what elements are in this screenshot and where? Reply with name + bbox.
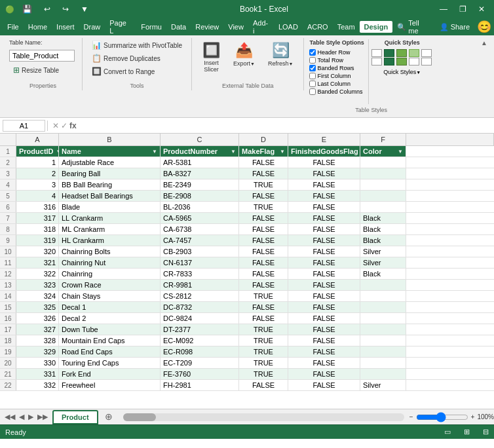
cell-7-e[interactable]: FALSE: [288, 213, 360, 223]
cell-15-d[interactable]: FALSE: [239, 302, 288, 312]
cell-6-e[interactable]: FALSE: [288, 202, 360, 212]
cell-16-e[interactable]: FALSE: [288, 313, 360, 324]
menu-share[interactable]: 👤 Share: [435, 21, 474, 33]
header-row-check[interactable]: Header Row: [309, 49, 364, 56]
first-col-check[interactable]: First Column: [309, 73, 364, 79]
cell-18-b[interactable]: Mountain End Caps: [59, 335, 161, 346]
cell-12-b[interactable]: Chainring: [59, 269, 161, 279]
cell-2-d[interactable]: FALSE: [239, 157, 288, 168]
h-scroll-track[interactable]: [123, 413, 404, 421]
cell-5-f[interactable]: [360, 191, 406, 201]
h-scroll-thumb[interactable]: [123, 413, 156, 421]
zoom-out-icon[interactable]: −: [409, 413, 413, 420]
sheet-tab-product[interactable]: Product: [52, 410, 98, 424]
cell-11-d[interactable]: FALSE: [239, 257, 288, 268]
header-cell-productid[interactable]: ProductID▼: [16, 146, 59, 157]
cell-3-d[interactable]: FALSE: [239, 168, 288, 179]
zoom-in-icon[interactable]: +: [471, 413, 475, 420]
cell-22-b[interactable]: Freewheel: [59, 380, 161, 390]
header-cell-productnumber[interactable]: ProductNumber▼: [161, 146, 239, 157]
header-cell-makeflag[interactable]: MakeFlag▼: [239, 146, 288, 157]
cell-10-e[interactable]: FALSE: [288, 246, 360, 257]
cell-11-b[interactable]: Chainring Nut: [59, 257, 161, 268]
cell-18-a[interactable]: 328: [16, 335, 59, 346]
add-sheet-button[interactable]: ⊕: [100, 410, 118, 423]
save-icon[interactable]: 💾: [18, 3, 36, 15]
cell-8-d[interactable]: FALSE: [239, 224, 288, 234]
menu-home[interactable]: Home: [24, 21, 52, 33]
cell-10-c[interactable]: CB-2903: [161, 246, 239, 257]
cell-9-d[interactable]: FALSE: [239, 235, 288, 246]
cell-19-f[interactable]: [360, 346, 406, 357]
cell-4-e[interactable]: FALSE: [288, 179, 360, 190]
cell-10-a[interactable]: 320: [16, 246, 59, 257]
menu-pagelayout[interactable]: Page L: [105, 17, 136, 37]
cell-5-c[interactable]: BE-2908: [161, 191, 239, 201]
header-cell-finishedgoodsflag[interactable]: FinishedGoodsFlag▼: [288, 146, 360, 157]
cell-19-a[interactable]: 329: [16, 346, 59, 357]
cell-7-b[interactable]: LL Crankarm: [59, 213, 161, 223]
cell-21-e[interactable]: FALSE: [288, 369, 360, 379]
cell-5-b[interactable]: Headset Ball Bearings: [59, 191, 161, 201]
cell-8-a[interactable]: 318: [16, 224, 59, 234]
banded-rows-check[interactable]: Banded Rows: [309, 65, 364, 71]
menu-tellme[interactable]: 🔍 Tell me: [392, 17, 434, 37]
cell-2-c[interactable]: AR-5381: [161, 157, 239, 168]
cell-4-d[interactable]: TRUE: [239, 179, 288, 190]
convert-to-range-button[interactable]: 🔲 Convert to Range: [88, 65, 159, 77]
header-cell-color[interactable]: Color▼: [360, 146, 406, 157]
sheet-next-btn[interactable]: ▶: [26, 413, 35, 421]
cell-12-c[interactable]: CR-7833: [161, 269, 239, 279]
qs-cell-10[interactable]: [421, 58, 432, 65]
cell-6-c[interactable]: BL-2036: [161, 202, 239, 212]
summarize-pivottable-button[interactable]: 📊 Summarize with PivotTable: [88, 39, 186, 51]
cell-16-b[interactable]: Decal 2: [59, 313, 161, 324]
cell-5-d[interactable]: FALSE: [239, 191, 288, 201]
cell-19-b[interactable]: Road End Caps: [59, 346, 161, 357]
cell-20-f[interactable]: [360, 358, 406, 368]
cell-6-b[interactable]: Blade: [59, 202, 161, 212]
cell-12-a[interactable]: 322: [16, 269, 59, 279]
menu-formulas[interactable]: Formu: [136, 21, 166, 33]
qs-cell-4[interactable]: [409, 49, 419, 57]
undo-icon[interactable]: ↩: [40, 3, 54, 15]
cell-17-c[interactable]: DT-2377: [161, 324, 239, 335]
qs-cell-2[interactable]: [384, 49, 394, 57]
cell-6-f[interactable]: [360, 202, 406, 212]
qs-cell-7[interactable]: [384, 58, 394, 65]
cell-2-a[interactable]: 1: [16, 157, 59, 168]
export-button[interactable]: 📤 Export ▼: [228, 39, 260, 69]
col-header-d[interactable]: D: [239, 134, 288, 145]
cell-4-f[interactable]: [360, 179, 406, 190]
cell-21-a[interactable]: 331: [16, 369, 59, 379]
cell-11-f[interactable]: Silver: [360, 257, 406, 268]
cell-8-e[interactable]: FALSE: [288, 224, 360, 234]
cell-19-e[interactable]: FALSE: [288, 346, 360, 357]
cell-14-c[interactable]: CS-2812: [161, 291, 239, 301]
cell-16-c[interactable]: DC-9824: [161, 313, 239, 324]
banded-cols-check[interactable]: Banded Columns: [309, 88, 364, 95]
zoom-slider[interactable]: [416, 412, 468, 422]
cell-4-b[interactable]: BB Ball Bearing: [59, 179, 161, 190]
cell-7-d[interactable]: FALSE: [239, 213, 288, 223]
cell-20-e[interactable]: FALSE: [288, 358, 360, 368]
menu-acrobat[interactable]: ACRO: [303, 21, 333, 33]
cell-11-a[interactable]: 321: [16, 257, 59, 268]
qs-cell-6[interactable]: [371, 58, 382, 65]
cell-14-d[interactable]: TRUE: [239, 291, 288, 301]
header-cell-name[interactable]: Name▼: [59, 146, 161, 157]
cell-15-a[interactable]: 325: [16, 302, 59, 312]
qs-cell-1[interactable]: [371, 49, 382, 57]
redo-icon[interactable]: ↪: [58, 3, 73, 15]
layout-normal-icon[interactable]: ▭: [444, 428, 451, 436]
cell-17-d[interactable]: TRUE: [239, 324, 288, 335]
cell-7-a[interactable]: 317: [16, 213, 59, 223]
cell-3-b[interactable]: Bearing Ball: [59, 168, 161, 179]
cell-15-e[interactable]: FALSE: [288, 302, 360, 312]
cell-10-d[interactable]: FALSE: [239, 246, 288, 257]
cell-3-e[interactable]: FALSE: [288, 168, 360, 179]
qs-cell-3[interactable]: [396, 49, 407, 57]
cell-15-f[interactable]: [360, 302, 406, 312]
cell-12-d[interactable]: FALSE: [239, 269, 288, 279]
cell-16-d[interactable]: FALSE: [239, 313, 288, 324]
